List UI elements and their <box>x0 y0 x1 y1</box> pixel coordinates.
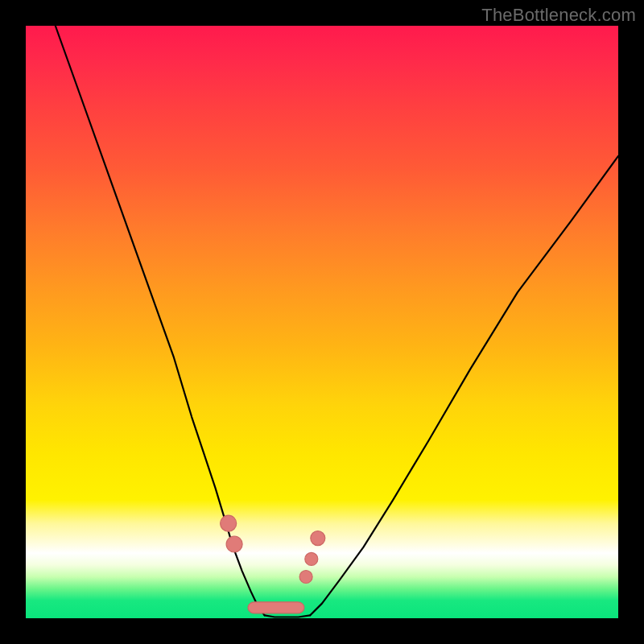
left-upper-dot <box>221 515 237 531</box>
overlay-svg <box>26 26 618 618</box>
marker-group <box>221 515 325 583</box>
chart-frame: TheBottleneck.com <box>0 0 644 644</box>
watermark-text: TheBottleneck.com <box>481 5 636 26</box>
curve-right <box>310 156 618 615</box>
right-lower-dot <box>299 571 312 584</box>
right-upper-dot <box>311 531 325 546</box>
plot-area <box>26 26 618 618</box>
right-mid-dot <box>305 552 318 565</box>
left-lower-dot <box>226 536 242 552</box>
valley-marker-bar <box>248 602 304 613</box>
curve-floor <box>265 615 311 617</box>
